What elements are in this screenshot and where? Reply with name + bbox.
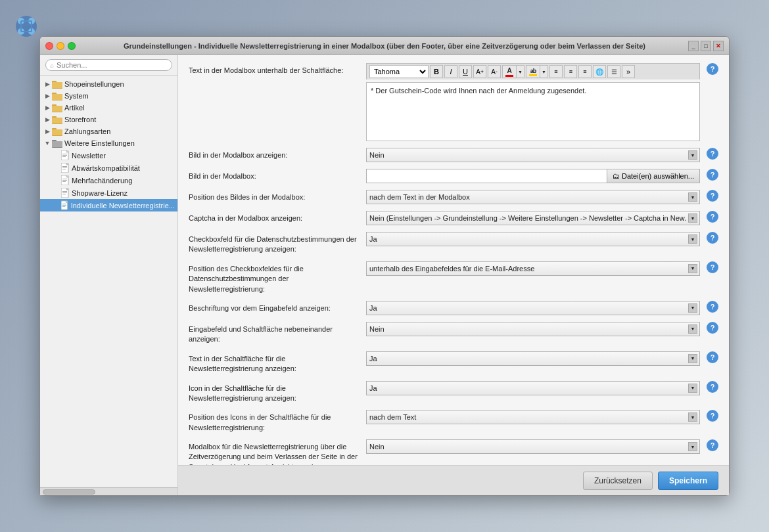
select-modalbox-smartphone[interactable]: NeinJa [366,439,700,454]
sidebar-item-shopeinstellungen[interactable]: ▶ Shopeinstellungen [40,78,177,90]
select-wrap-beschriftung-vor-eingabefeld: JaNein▼ [366,301,700,315]
help-btn-bild-anzeigen[interactable]: ? [707,148,718,160]
svg-rect-49 [62,204,66,204]
file-btn-bild-modalbox[interactable]: 🗂 Datei(en) auswählen... [607,169,700,183]
restore-btn[interactable]: □ [701,41,711,51]
sidebar-item-artikel[interactable]: ▶ Artikel [40,102,177,114]
field-beschriftung-vor-eingabefeld: JaNein▼ [366,301,700,315]
help-btn-captcha[interactable]: ? [707,211,718,223]
select-eingabefeld-schaltflaeche[interactable]: NeinJa [366,322,700,336]
sidebar-item-individuelle[interactable]: Individuelle Newsletterregistrie... [40,199,177,211]
select-position-icon[interactable]: nach dem Textvor dem Text [366,410,700,424]
select-wrap-captcha: Nein (Einstellungen -> Grundeinstellung … [366,211,700,225]
help-btn-bild-modalbox[interactable]: ? [707,169,718,181]
sidebar-item-system[interactable]: ▶ System [40,90,177,102]
save-button[interactable]: Speichern [658,472,718,490]
sidebar-item-abwaerts[interactable]: Abwärtskompatibilität [40,162,177,174]
help-btn-text-schaltflaeche[interactable]: ? [707,351,718,363]
minimize-btn[interactable]: _ [688,41,699,51]
svg-rect-41 [62,181,66,182]
sidebar-item-mehrfach[interactable]: Mehrfachänderung [40,174,177,187]
search-input-wrap[interactable]: ⌕ [45,59,172,71]
select-position-checkbox[interactable]: unterhalb des Eingabefeldes für die E-Ma… [366,261,700,276]
folder-icon-system [52,92,62,100]
close-btn[interactable]: ✕ [713,41,724,51]
select-wrap-position-icon: nach dem Textvor dem Text▼ [366,410,700,424]
sidebar-item-zahlungsarten[interactable]: ▶ Zahlungsarten [40,125,177,137]
rte-align-center-button[interactable]: ≡ [564,65,577,78]
form-row-modalbox-smartphone: Modalbox für die Newsletterregistrierung… [189,439,718,465]
rte-bold-button[interactable]: B [430,65,443,78]
rte-underline-button[interactable]: U [459,65,472,78]
rte-font-color-dropdown[interactable]: ▼ [517,65,524,78]
select-bild-anzeigen[interactable]: NeinJa [366,148,700,162]
rte-more-button[interactable]: » [622,65,635,78]
field-eingabefeld-schaltflaeche: NeinJa▼ [366,322,700,336]
search-input[interactable] [57,61,168,69]
expander-mehrfach [52,176,61,185]
select-wrap-eingabefeld-schaltflaeche: NeinJa▼ [366,322,700,336]
help-btn-icon-schaltflaeche[interactable]: ? [707,381,718,393]
rte-highlight-button[interactable]: ab [526,65,540,78]
help-btn-beschriftung-vor-eingabefeld[interactable]: ? [707,301,718,313]
sidebar-item-storefront[interactable]: ▶ Storefront [40,114,177,125]
rte-help-button[interactable]: ? [707,63,718,75]
help-btn-position-checkbox[interactable]: ? [707,261,718,273]
label-checkbox-datenschutz: Checkboxfeld für die Datenschutzbestimmu… [189,232,360,255]
expander-abwaerts [52,164,61,173]
file-text-bild-modalbox[interactable] [366,169,607,183]
rte-align-right-button[interactable]: ≡ [578,65,592,78]
svg-rect-45 [62,192,67,193]
form-row-bild-modalbox: Bild in der Modalbox:🗂 Datei(en) auswähl… [189,169,718,183]
sidebar: ⌕ ▶ Shopeinstellungen ▶ System [40,55,178,495]
sidebar-item-lizenz[interactable]: Shopware-Lizenz [40,187,177,199]
help-btn-position-icon[interactable]: ? [707,410,718,422]
select-icon-schaltflaeche[interactable]: JaNein [366,381,700,395]
svg-rect-46 [62,194,66,194]
label-eingabefeld-schaltflaeche: Eingabefeld und Schaltfläche nebeneinand… [189,322,360,345]
svg-rect-34 [62,166,67,167]
sidebar-label-lizenz: Shopware-Lizenz [72,189,128,197]
select-beschriftung-vor-eingabefeld[interactable]: JaNein [366,301,700,315]
select-checkbox-datenschutz[interactable]: JaNein [366,232,700,246]
sidebar-item-newsletter[interactable]: Newsletter [40,149,177,162]
rte-font-color-button[interactable]: A [502,65,517,78]
select-wrap-checkbox-datenschutz: JaNein▼ [366,232,700,246]
rte-italic-button[interactable]: I [444,65,457,78]
help-btn-eingabefeld-schaltflaeche[interactable]: ? [707,322,718,334]
label-bild-anzeigen: Bild in der Modalbox anzeigen: [189,148,360,160]
sidebar-item-weitere-einstellungen[interactable]: ▼ Weitere Einstellungen [40,137,177,149]
rte-font-size-down-button[interactable]: A- [488,65,501,78]
minimize-button[interactable] [57,42,64,50]
close-button[interactable] [45,42,53,50]
rte-list-button[interactable]: ☰ [607,65,620,78]
scrollbar-thumb[interactable] [43,489,95,495]
select-position-bild[interactable]: nach dem Text in der Modalboxvor dem Tex… [366,190,700,204]
window-title: Grundeinstellungen - Individuelle Newsle… [40,42,729,50]
rte-font-family-select[interactable]: Tahoma [369,65,429,78]
help-btn-checkbox-datenschutz[interactable]: ? [707,232,718,244]
expander-system: ▶ [43,91,52,100]
svg-rect-20 [52,118,62,123]
rte-align-left-button[interactable]: ≡ [549,65,563,78]
expander-weitere: ▼ [43,139,52,148]
rte-font-size-up-button[interactable]: A+ [473,65,486,78]
help-btn-modalbox-smartphone[interactable]: ? [707,439,718,451]
form-row-captcha: Captcha in der Modalbox anzeigen:Nein (E… [189,211,718,225]
content-scroll[interactable]: Text in der Modalbox unterhalb der Schal… [178,55,729,465]
titlebar: Grundeinstellungen - Individuelle Newsle… [40,37,729,55]
rte-link-button[interactable]: 🌐 [593,65,606,78]
maximize-button[interactable] [68,42,76,50]
help-btn-position-bild[interactable]: ? [707,190,718,202]
rte-textarea[interactable]: * Der Gutschein-Code wird Ihnen nach der… [366,82,700,141]
sidebar-scrollbar[interactable] [40,487,177,495]
form-row-eingabefeld-schaltflaeche: Eingabefeld und Schaltfläche nebeneinand… [189,322,718,345]
reset-button[interactable]: Zurücksetzen [583,472,653,490]
select-text-schaltflaeche[interactable]: JaNein [366,351,700,366]
rte-highlight-dropdown[interactable]: ▼ [540,65,548,78]
form-row-icon-schaltflaeche: Icon in der Schaltfläche für die Newslet… [189,381,718,404]
select-captcha[interactable]: Nein (Einstellungen -> Grundeinstellung … [366,211,700,225]
expander-shopeinstellungen: ▶ [43,79,52,89]
form-row-position-bild: Position des Bildes in der Modalbox:nach… [189,190,718,204]
rte-toolbar: Tahoma B I U A+ A- [366,63,700,79]
